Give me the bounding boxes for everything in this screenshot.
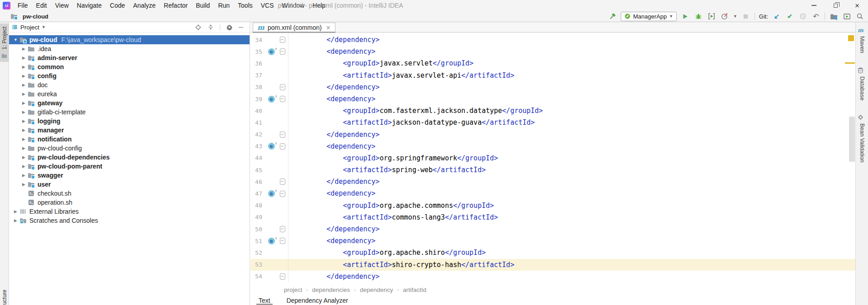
code-text[interactable]: <groupId>org.apache.commons</groupId> <box>294 200 494 211</box>
code-editor[interactable]: 34− </dependency>35o− <dependency>36 <gr… <box>250 33 855 284</box>
menu-vcs[interactable]: VCS <box>257 0 278 11</box>
code-line-48[interactable]: 48 <groupId>org.apache.commons</groupId> <box>250 200 855 211</box>
code-text[interactable]: </dependency> <box>294 271 380 282</box>
menu-tools[interactable]: Tools <box>234 0 257 11</box>
search-everywhere-button[interactable] <box>855 12 864 21</box>
code-text[interactable]: <artifactId>spring-web</artifactId> <box>294 164 486 176</box>
maven-dependency-icon[interactable]: o <box>268 190 275 197</box>
vcs-history-button[interactable] <box>798 12 807 21</box>
code-text[interactable]: </dependency> <box>294 81 380 93</box>
tree-item-admin-server[interactable]: ▶admin-server <box>9 53 250 62</box>
maven-dependency-icon[interactable]: o <box>268 238 275 244</box>
vcs-commit-button[interactable]: ✔ <box>785 12 794 21</box>
vcs-rollback-button[interactable]: ↶ <box>811 12 821 21</box>
maven-dependency-icon[interactable]: o <box>268 48 275 55</box>
code-text[interactable]: </dependency> <box>294 223 380 235</box>
code-text[interactable]: </dependency> <box>294 34 380 46</box>
chevron-collapsed-icon[interactable]: ▶ <box>12 218 19 223</box>
stop-button[interactable] <box>741 12 750 21</box>
tree-item-config[interactable]: ▶config <box>9 71 250 80</box>
project-structure-button[interactable] <box>829 12 838 21</box>
chevron-collapsed-icon[interactable]: ▶ <box>20 47 28 51</box>
code-line-51[interactable]: 51o− <dependency> <box>250 235 855 247</box>
code-text[interactable]: <artifactId>javax.servlet-api</artifactI… <box>294 70 514 81</box>
menu-edit[interactable]: Edit <box>32 0 51 11</box>
chevron-collapsed-icon[interactable]: ▶ <box>20 137 28 141</box>
fold-marker-icon[interactable]: − <box>280 226 285 232</box>
tree-item-user[interactable]: ▶user <box>9 180 250 189</box>
chevron-down-icon[interactable]: ▼ <box>42 25 46 29</box>
stripe-database-button[interactable]: Database <box>857 67 867 101</box>
code-text[interactable]: <dependency> <box>294 235 376 247</box>
tree-item-notification[interactable]: ▶notification <box>9 135 250 144</box>
gear-icon[interactable] <box>226 24 233 31</box>
tree-item-logging[interactable]: ▶logging <box>9 117 250 126</box>
chevron-collapsed-icon[interactable]: ▶ <box>20 164 28 169</box>
code-line-39[interactable]: 39o− <dependency> <box>250 93 855 105</box>
bottom-tab-dependency-analyzer[interactable]: Dependency Analyzer <box>287 296 348 305</box>
tree-item-doc[interactable]: ▶doc <box>9 80 250 89</box>
editor-tab-pom-xml[interactable]: m pom.xml (common) ✕ <box>253 23 335 32</box>
code-line-34[interactable]: 34− </dependency> <box>250 34 855 46</box>
chevron-collapsed-icon[interactable]: ▶ <box>20 56 28 60</box>
fold-marker-icon[interactable]: − <box>280 178 285 185</box>
chevron-collapsed-icon[interactable]: ▶ <box>20 74 28 78</box>
tree-item-operation-sh[interactable]: operation.sh <box>9 198 250 207</box>
menu-run[interactable]: Run <box>214 0 234 11</box>
stripe-bean-validation-button[interactable]: Bean Validation <box>857 114 867 163</box>
code-text[interactable]: <groupId>org.apache.shiro</groupId> <box>294 247 486 258</box>
fold-marker-icon[interactable]: − <box>280 191 285 197</box>
fold-marker-icon[interactable]: − <box>280 238 285 244</box>
fold-marker-icon[interactable]: − <box>280 131 285 138</box>
code-line-53[interactable]: 53 <artifactId>shiro-crypto-hash</artifa… <box>250 259 855 271</box>
code-line-52[interactable]: 52 <groupId>org.apache.shiro</groupId> <box>250 247 855 258</box>
chevron-collapsed-icon[interactable]: ▶ <box>20 119 28 123</box>
code-text[interactable]: </dependency> <box>294 129 380 141</box>
fold-marker-icon[interactable]: − <box>280 96 285 102</box>
code-line-42[interactable]: 42− </dependency> <box>250 129 855 141</box>
project-panel-title[interactable]: Project <box>20 24 39 31</box>
code-text[interactable]: <groupId>javax.servlet</groupId> <box>294 57 473 69</box>
stripe-maven-button[interactable]: Maven <box>857 27 867 53</box>
chevron-collapsed-icon[interactable]: ▶ <box>20 101 28 105</box>
chevron-collapsed-icon[interactable]: ▶ <box>20 92 28 96</box>
code-text[interactable]: <groupId>org.springframework</groupId> <box>294 152 498 164</box>
code-text[interactable]: <dependency> <box>294 93 376 105</box>
close-tab-icon[interactable]: ✕ <box>326 24 331 31</box>
tree-item-pw-cloud-dependencies[interactable]: ▶pw-cloud-dependencies <box>9 153 250 162</box>
code-line-47[interactable]: 47o− <dependency> <box>250 188 855 199</box>
run-anything-button[interactable] <box>842 12 851 21</box>
code-line-35[interactable]: 35o− <dependency> <box>250 46 855 57</box>
navbar-project[interactable]: pw-cloud <box>23 13 48 20</box>
code-text[interactable]: <artifactId>commons-lang3</artifactId> <box>294 211 498 223</box>
fold-marker-icon[interactable]: − <box>280 37 285 43</box>
tree-item-pw-cloud[interactable]: ▼pw-cloudF:\java_workspace\pw-cloud <box>9 35 250 44</box>
chevron-expanded-icon[interactable]: ▼ <box>12 38 19 42</box>
maven-dependency-icon[interactable]: o <box>268 143 275 150</box>
run-configuration-select[interactable]: ManagerApp ▼ <box>621 12 676 21</box>
stripe-structure-button[interactable]: Structure <box>0 286 9 305</box>
profiler-button[interactable] <box>720 12 729 21</box>
code-text[interactable]: <dependency> <box>294 141 376 152</box>
maven-dependency-icon[interactable]: o <box>268 96 275 103</box>
tree-item-gitlab-ci-template[interactable]: ▶gitlab-ci-template <box>9 108 250 117</box>
locate-file-icon[interactable] <box>195 24 202 31</box>
hide-panel-icon[interactable]: ─ <box>239 23 243 31</box>
code-line-44[interactable]: 44 <groupId>org.springframework</groupId… <box>250 152 855 164</box>
menu-code[interactable]: Code <box>106 0 129 11</box>
code-line-54[interactable]: 54− </dependency> <box>250 271 855 282</box>
code-line-50[interactable]: 50− </dependency> <box>250 223 855 235</box>
fold-marker-icon[interactable]: − <box>280 273 285 280</box>
debug-button[interactable] <box>694 12 703 21</box>
breadcrumb-dependencies[interactable]: dependencies <box>312 286 350 293</box>
menu-file[interactable]: File <box>14 0 32 11</box>
code-line-36[interactable]: 36 <groupId>javax.servlet</groupId> <box>250 57 855 69</box>
menu-analyze[interactable]: Analyze <box>129 0 160 11</box>
close-button[interactable]: × <box>846 0 868 11</box>
tree-item-pw-cloud-pom-parent[interactable]: ▶pw-cloud-pom-parent <box>9 162 250 171</box>
tree-item-scratches-and-consoles[interactable]: ▶Scratches and Consoles <box>9 216 250 225</box>
menu-view[interactable]: View <box>51 0 73 11</box>
breadcrumb-navbar[interactable]: pw-cloud <box>10 11 48 22</box>
collapse-all-icon[interactable] <box>208 24 214 30</box>
code-text[interactable]: <dependency> <box>294 46 376 57</box>
